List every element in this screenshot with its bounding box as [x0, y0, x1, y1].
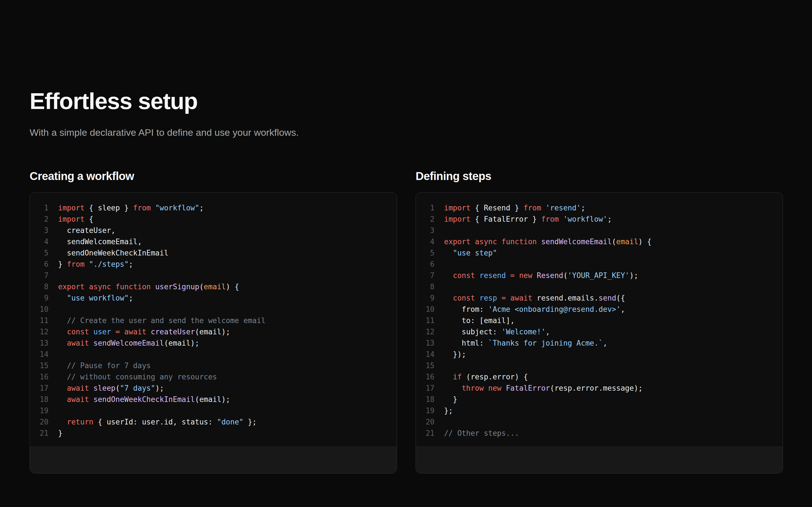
code-line: 4export async function sendWelcomeEmail(… [416, 236, 774, 247]
code-token-plain-text [58, 395, 67, 404]
code-token-plain-text [444, 384, 462, 392]
line-number: 17 [416, 383, 435, 394]
code-line: 7 const resend = new Resend('YOUR_API_KE… [416, 270, 774, 281]
code-token-string: 'Acme <onboarding@resend.dev>' [488, 305, 621, 314]
code-line-content: } [444, 394, 457, 405]
code-line: 17 throw new FatalError(resp.error.messa… [416, 383, 774, 394]
code-columns: Creating a workflow 1import { sleep } fr… [30, 169, 783, 473]
code-token-plain-text [484, 384, 488, 392]
code-line-content: import { FatalError } from 'workflow'; [444, 214, 612, 225]
code-line-content: // Pause for 7 days [58, 360, 151, 371]
code-token-keyword: const [453, 294, 475, 302]
line-number: 2 [30, 214, 49, 225]
code-line: 13 html: `Thanks for joining Acme.`, [416, 337, 774, 349]
code-token-plain-text: ; [129, 294, 133, 302]
code-token-plain-text: { sleep } [85, 204, 133, 212]
code-token-plain-text [444, 294, 453, 302]
line-number: 3 [30, 225, 49, 236]
code-token-comment: // Create the user and send the welcome … [67, 316, 265, 325]
code-token-string: `Thanks for joining Acme.` [488, 339, 603, 347]
code-token-plain-text: { FatalError } [470, 215, 541, 223]
code-token-keyword: await [67, 384, 89, 392]
code-token-plain-text [85, 283, 89, 291]
code-token-plain-text [89, 395, 94, 404]
code-line: 16 if (resp.error) { [416, 371, 774, 383]
line-number: 10 [30, 304, 49, 315]
code-token-plain-text: } [58, 429, 63, 438]
code-line: 8 [416, 281, 774, 292]
code-token-keyword: await [67, 339, 89, 347]
line-number: 11 [30, 315, 49, 326]
code-token-keyword: if [453, 373, 462, 381]
line-number: 1 [416, 202, 435, 214]
code-panel-defining-steps: 1import { Resend } from 'resend';2import… [416, 192, 783, 473]
line-number: 18 [30, 394, 49, 405]
section-heading-defining-steps: Defining steps [416, 169, 783, 183]
line-number: 7 [30, 270, 49, 281]
code-line: 17 await sleep("7 days"); [30, 383, 388, 394]
code-line-content: }; [444, 405, 453, 416]
code-line-content: // without consuming any resources [58, 371, 217, 383]
code-line: 3 [416, 225, 774, 236]
code-panel-footer-defining-steps [416, 446, 783, 473]
code-token-function-name: createUser [151, 328, 195, 336]
page-title: Effortless setup [30, 90, 783, 113]
code-line-content: import { sleep } from "workflow"; [58, 202, 204, 214]
line-number: 17 [30, 383, 49, 394]
column-defining-steps: Defining steps 1import { Resend } from '… [416, 169, 783, 473]
code-line-content: sendWelcomeEmail, [58, 236, 142, 247]
code-token-plain-text: ; [607, 215, 612, 223]
code-token-string: "./steps" [89, 260, 129, 269]
code-token-plain-text [151, 283, 155, 291]
code-token-plain-text [58, 418, 67, 426]
code-line-content: subject: 'Welcome!', [444, 326, 550, 337]
code-line-content: } [58, 428, 63, 439]
line-number: 20 [416, 416, 435, 428]
code-token-plain-text [58, 361, 67, 370]
code-line: 9 const resp = await resend.emails.send(… [416, 292, 774, 304]
code-line: 8export async function userSignup(email)… [30, 281, 388, 292]
code-token-keyword: import [58, 204, 85, 212]
code-line-content: await sleep("7 days"); [58, 383, 164, 394]
code-token-plain-text: html: [444, 339, 488, 347]
code-line-content: // Other steps... [444, 428, 519, 439]
code-line-content: import { [58, 214, 93, 225]
code-token-parameter: email [616, 237, 638, 246]
code-line: 10 [30, 304, 388, 315]
line-number: 16 [30, 371, 49, 383]
code-token-plain-text: from: [444, 305, 488, 314]
code-line: 15 [416, 360, 774, 371]
code-token-keyword: = [116, 328, 120, 336]
code-token-parameter: email [204, 283, 226, 291]
line-number: 8 [30, 281, 49, 292]
code-line: 12 const user = await createUser(email); [30, 326, 388, 337]
code-line-content: from: 'Acme <onboarding@resend.dev>', [444, 304, 625, 315]
code-token-plain-text [146, 328, 151, 336]
code-line: 10 from: 'Acme <onboarding@resend.dev>', [416, 304, 774, 315]
line-number: 8 [416, 281, 435, 292]
line-number: 4 [30, 236, 49, 247]
code-token-plain-text [89, 328, 94, 336]
code-editor-defining-steps: 1import { Resend } from 'resend';2import… [416, 193, 783, 446]
code-token-plain-text: ( [563, 271, 568, 280]
line-number: 6 [30, 259, 49, 270]
code-token-comment: // without consuming any resources [67, 373, 217, 381]
code-token-plain-text [470, 237, 475, 246]
code-token-plain-text [89, 339, 94, 347]
line-number: 14 [416, 349, 435, 360]
code-line: 5 "use step" [416, 247, 774, 259]
code-token-plain-text: (email); [195, 395, 230, 404]
code-token-comment: // Other steps... [444, 429, 519, 438]
line-number: 3 [416, 225, 435, 236]
line-number: 18 [416, 394, 435, 405]
code-line: 20 [416, 416, 774, 428]
code-token-plain-text: } [58, 260, 67, 269]
code-token-plain-text [85, 260, 89, 269]
code-token-plain-text: ; [129, 260, 133, 269]
code-token-function-name: sleep [93, 384, 115, 392]
code-token-plain-text [497, 237, 502, 246]
code-line: 6 [416, 259, 774, 270]
code-token-function-name: send [599, 294, 616, 302]
code-token-function-name: sendOneWeekCheckInEmail [93, 395, 195, 404]
code-line: 21// Other steps... [416, 428, 774, 439]
